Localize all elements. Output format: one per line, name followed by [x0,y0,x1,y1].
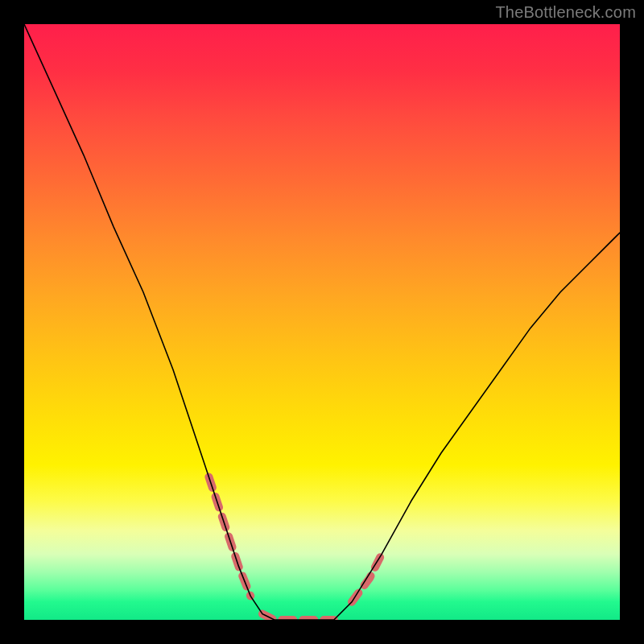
chart-frame: TheBottleneck.com [0,0,644,644]
highlight-segments [208,477,382,620]
plot-area [24,24,620,620]
bottleneck-curve [24,24,620,620]
watermark-text: TheBottleneck.com [495,3,636,22]
chart-svg [24,24,620,620]
